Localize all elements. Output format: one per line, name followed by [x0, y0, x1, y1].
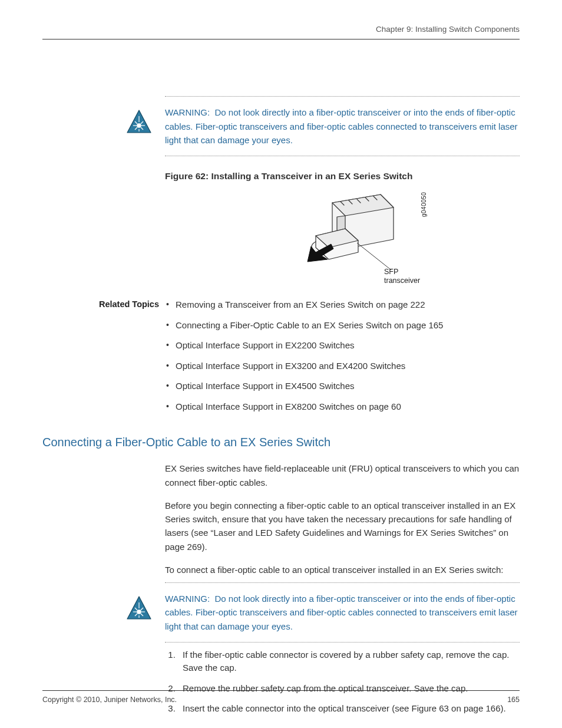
related-link[interactable]: Removing a Transceiver from an EX Series… [176, 298, 520, 312]
related-topics-label: Related Topics [91, 298, 159, 311]
body-paragraph: EX Series switches have field-replaceabl… [165, 462, 520, 489]
laser-warning-icon [126, 109, 152, 135]
figure-id-label: g040050 [419, 192, 428, 217]
copyright: Copyright © 2010, Juniper Networks, Inc. [42, 694, 177, 706]
related-topics-list: Removing a Transceiver from an EX Series… [165, 298, 520, 413]
figure-caption: Figure 62: Installing a Transceiver in a… [165, 169, 520, 183]
warning-label: WARNING: [165, 594, 210, 604]
page-number: 165 [507, 694, 520, 706]
related-link[interactable]: Optical Interface Support in EX3200 and … [176, 360, 520, 373]
related-link[interactable]: Optical Interface Support in EX8200 Swit… [176, 400, 520, 414]
warning-block: WARNING: Do not look directly into a fib… [165, 592, 520, 633]
step: If the fiber-optic cable connector is co… [178, 648, 520, 675]
warning-text: WARNING: Do not look directly into a fib… [165, 106, 520, 147]
divider [165, 96, 520, 97]
divider [165, 582, 520, 583]
related-topics: Related Topics Removing a Transceiver fr… [165, 298, 520, 413]
page-header: Chapter 9: Installing Switch Components [42, 24, 520, 39]
page: Chapter 9: Installing Switch Components [0, 0, 562, 728]
callout-line1: SFP [384, 268, 398, 276]
figure-transceiver: SFP transceiver g040050 [245, 187, 439, 288]
body-paragraph: Before you begin connecting a fiber-opti… [165, 499, 520, 554]
divider [165, 156, 520, 156]
related-link[interactable]: Connecting a Fiber-Optic Cable to an EX … [176, 319, 520, 332]
content-column: WARNING: Do not look directly into a fib… [165, 96, 520, 716]
chapter-label: Chapter 9: Installing Switch Components [376, 25, 520, 34]
warning-label: WARNING: [165, 107, 210, 117]
warning-block: WARNING: Do not look directly into a fib… [165, 106, 520, 147]
svg-point-1 [137, 124, 141, 127]
divider [165, 642, 520, 643]
callout-line2: transceiver [384, 276, 420, 285]
figure-callout: SFP transceiver [384, 268, 420, 285]
svg-point-23 [137, 610, 141, 614]
warning-text: WARNING: Do not look directly into a fib… [165, 592, 520, 633]
svg-line-21 [357, 243, 391, 270]
page-footer: Copyright © 2010, Juniper Networks, Inc.… [42, 690, 520, 706]
warning-body: Do not look directly into a fiber-optic … [165, 594, 518, 631]
section-heading: Connecting a Fiber-Optic Cable to an EX … [42, 433, 520, 451]
warning-body: Do not look directly into a fiber-optic … [165, 107, 518, 145]
laser-warning-icon [126, 595, 152, 621]
body-paragraph: To connect a fiber-optic cable to an opt… [165, 563, 520, 577]
related-link[interactable]: Optical Interface Support in EX2200 Swit… [176, 339, 520, 353]
related-link[interactable]: Optical Interface Support in EX4500 Swit… [176, 380, 520, 393]
